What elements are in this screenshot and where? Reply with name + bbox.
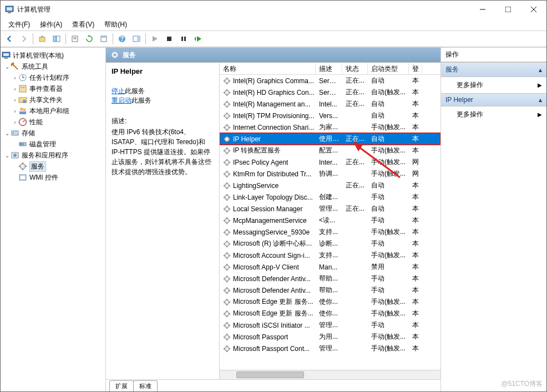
actions-header: 操作 <box>441 48 546 62</box>
action-pane-button[interactable] <box>130 32 143 45</box>
action-more-1[interactable]: 更多操作 ▶ <box>441 77 546 93</box>
restart-link[interactable]: 重启动 <box>112 96 131 104</box>
service-row[interactable]: Link-Layer Topology Disc...创建...手动本 <box>220 191 440 203</box>
service-row[interactable]: Microsoft Edge 更新 服务...使你...手动(触发...本 <box>220 296 440 308</box>
service-row[interactable]: Microsoft Passport为用...手动(触发...本 <box>220 331 440 343</box>
svg-rect-176 <box>224 302 225 303</box>
pause-service-button[interactable] <box>177 32 190 45</box>
svg-rect-147 <box>229 243 231 245</box>
svg-rect-156 <box>226 263 227 265</box>
col-status[interactable]: 状态 <box>342 63 368 74</box>
tree-node-services[interactable]: 服务 <box>1 161 105 172</box>
refresh-button[interactable] <box>83 32 96 45</box>
collapse-icon[interactable]: ⌄ <box>4 130 11 136</box>
service-row[interactable]: Local Session Manager管理...正在...自动本 <box>220 203 440 215</box>
service-row[interactable]: Intel(R) Management an...Intel...正在...自动… <box>220 98 440 110</box>
service-row[interactable]: IPsec Policy AgentInter...正在...手动(触发...网 <box>220 156 440 168</box>
gear-icon <box>223 112 231 120</box>
collapse-icon[interactable]: ⌄ <box>4 64 11 70</box>
service-row[interactable]: Intel(R) Graphics Comma...Servi...正在...自… <box>220 75 440 86</box>
service-row[interactable]: Microsoft App-V ClientMan...禁用本 <box>220 261 440 273</box>
forward-button[interactable] <box>17 32 31 45</box>
service-row[interactable]: MessagingService_5930e支持...手动(触发...本 <box>220 226 440 238</box>
restart-service-button[interactable] <box>191 32 205 45</box>
service-row[interactable]: Intel(R) TPM Provisioning...Vers...自动本 <box>220 110 440 121</box>
service-row[interactable]: McpManagementService<读...手动本 <box>220 215 440 226</box>
col-desc[interactable]: 描述 <box>316 63 342 74</box>
maximize-button[interactable] <box>495 1 521 18</box>
horizontal-scrollbar[interactable] <box>220 370 440 379</box>
expand-icon[interactable]: › <box>12 75 18 81</box>
close-button[interactable] <box>521 1 546 18</box>
tree-node-diskmgmt[interactable]: 磁盘管理 <box>1 139 105 150</box>
expand-icon[interactable]: › <box>12 97 18 103</box>
properties-button[interactable] <box>97 32 110 45</box>
tree-node-systools[interactable]: ⌄ 系统工具 <box>1 61 105 72</box>
expand-icon[interactable]: › <box>12 119 18 125</box>
expand-icon[interactable]: › <box>12 86 18 92</box>
back-button[interactable] <box>3 32 16 45</box>
tree-node-storage[interactable]: ⌄ 存储 <box>1 128 105 139</box>
svg-rect-115 <box>226 187 227 189</box>
service-row[interactable]: IP Helper使用 ...正在...自动本 <box>220 133 440 145</box>
tab-standard[interactable]: 标准 <box>133 380 158 391</box>
service-row[interactable]: Microsoft Defender Antiv...帮助...手动本 <box>220 284 440 296</box>
service-row[interactable]: Microsoft Defender Antiv...帮助...手动本 <box>220 273 440 284</box>
collapse-icon: ▴ <box>539 66 542 74</box>
stop-service-button[interactable] <box>163 32 176 45</box>
collapse-icon[interactable]: ⌄ <box>4 152 11 159</box>
service-row[interactable]: Microsoft Passport Cont...管理...手动(触发...本 <box>220 343 440 354</box>
tab-extended[interactable]: 扩展 <box>109 380 134 391</box>
tree-node-services-apps[interactable]: ⌄ 服务和应用程序 <box>1 150 105 161</box>
svg-rect-121 <box>226 199 227 201</box>
list-body[interactable]: Intel(R) Graphics Comma...Servi...正在...自… <box>220 75 440 370</box>
tree-node-wmi[interactable]: WMI 控件 <box>1 172 105 183</box>
svg-rect-35 <box>19 111 26 114</box>
expand-icon[interactable]: › <box>12 108 18 114</box>
minimize-button[interactable] <box>470 1 495 18</box>
show-hide-tree-button[interactable] <box>50 32 63 45</box>
tree-node-shared[interactable]: › 共享文件夹 <box>1 94 105 105</box>
start-service-button[interactable] <box>148 32 161 45</box>
svg-rect-78 <box>226 112 227 114</box>
tree-node-root[interactable]: 计算机管理(本地) <box>1 50 105 61</box>
menu-help[interactable]: 帮助(H) <box>100 19 131 30</box>
action-group-iphelper[interactable]: IP Helper ▴ <box>441 93 546 106</box>
service-row[interactable]: Intel(R) HD Graphics Con...Servi...正在...… <box>220 86 440 98</box>
up-button[interactable] <box>36 32 49 45</box>
service-row[interactable]: Internet Connection Shari...为家...手动(触发..… <box>220 121 440 133</box>
service-row[interactable]: IP 转换配置服务配置...手动(触发...本 <box>220 145 440 156</box>
tree-pane[interactable]: 计算机管理(本地) ⌄ 系统工具 › 任务计划程序 › 事件查看器 › 共享文件… <box>1 48 106 391</box>
svg-rect-53 <box>21 176 25 179</box>
service-row[interactable]: LightingService正在...自动本 <box>220 180 440 191</box>
col-startup[interactable]: 启动类型 <box>368 63 409 74</box>
help-button[interactable]: ? <box>115 32 129 45</box>
svg-rect-195 <box>229 337 231 338</box>
menu-view[interactable]: 查看(V) <box>68 19 99 30</box>
svg-rect-14 <box>101 36 107 38</box>
tree-node-events[interactable]: › 事件查看器 <box>1 83 105 94</box>
clock-icon <box>18 73 27 82</box>
service-row[interactable]: KtmRm for Distributed Tr...协调...手动(触发...… <box>220 168 440 180</box>
svg-rect-152 <box>224 255 225 256</box>
service-row[interactable]: Microsoft iSCSI Initiator ...管理...手动本 <box>220 319 440 331</box>
svg-rect-157 <box>226 269 227 271</box>
export-button[interactable] <box>68 32 82 45</box>
service-row[interactable]: Microsoft (R) 诊断中心标...诊断...手动本 <box>220 238 440 250</box>
menu-action[interactable]: 操作(A) <box>36 19 67 30</box>
stop-link[interactable]: 停止 <box>112 87 125 95</box>
stop-link-row: 停止此服务 <box>112 86 214 96</box>
svg-rect-73 <box>226 106 227 108</box>
action-more-2[interactable]: 更多操作 ▶ <box>441 106 546 123</box>
action-group-services[interactable]: 服务 ▴ <box>441 62 546 77</box>
tree-node-perf[interactable]: › 性能 <box>1 116 105 128</box>
service-row[interactable]: Microsoft Account Sign-i...支持...手动(触发...… <box>220 250 440 261</box>
tree-node-scheduler[interactable]: › 任务计划程序 <box>1 72 105 83</box>
col-name[interactable]: 名称 <box>220 63 316 74</box>
service-row[interactable]: Microsoft Edge 更新 服务...使你...手动(触发...本 <box>220 308 440 319</box>
svg-rect-43 <box>22 143 24 145</box>
svg-rect-120 <box>226 194 227 195</box>
menu-file[interactable]: 文件(F) <box>4 19 34 30</box>
tree-node-users[interactable]: › 本地用户和组 <box>1 105 105 116</box>
col-logon[interactable]: 登 <box>409 63 422 74</box>
